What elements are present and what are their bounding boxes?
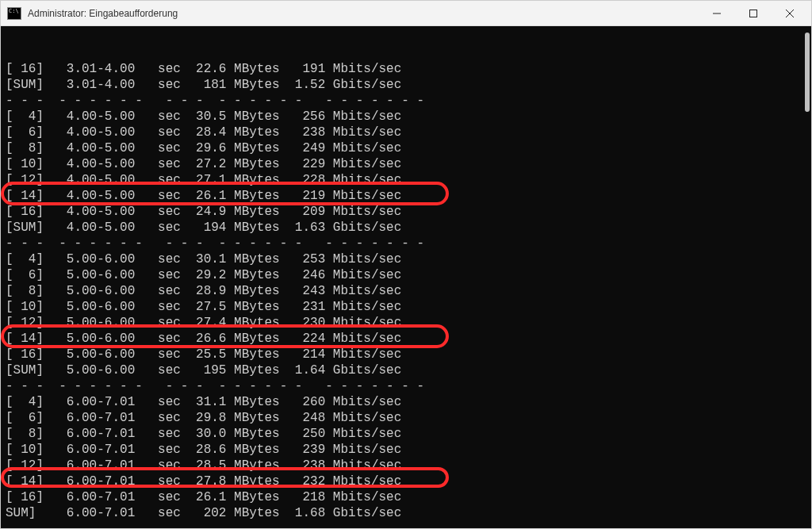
iperf-stream-row: [ 8] 6.00-7.01 sec 30.0 MBytes 250 Mbits…	[6, 426, 811, 442]
iperf-stream-row: [ 16] 4.00-5.00 sec 24.9 MBytes 209 Mbit…	[6, 204, 811, 220]
iperf-stream-row: [ 14] 5.00-6.00 sec 26.6 MBytes 224 Mbit…	[6, 331, 811, 347]
iperf-stream-row: [ 16] 5.00-6.00 sec 25.5 MBytes 214 Mbit…	[6, 347, 811, 362]
close-button[interactable]	[772, 1, 808, 26]
iperf-stream-row: [ 14] 4.00-5.00 sec 26.1 MBytes 219 Mbit…	[6, 188, 811, 204]
iperf-stream-row: [ 6] 6.00-7.01 sec 29.8 MBytes 248 Mbits…	[6, 410, 811, 426]
iperf-stream-row: [ 8] 4.00-5.00 sec 29.6 MBytes 249 Mbits…	[6, 140, 811, 156]
iperf-stream-row: [ 16] 3.01-4.00 sec 22.6 MBytes 191 Mbit…	[6, 61, 811, 77]
iperf-sum-row: [SUM] 3.01-4.00 sec 181 MBytes 1.52 Gbit…	[6, 77, 811, 93]
iperf-sum-row: SUM] 6.00-7.01 sec 202 MBytes 1.68 Gbits…	[6, 505, 811, 521]
terminal-output[interactable]: [ 16] 3.01-4.00 sec 22.6 MBytes 191 Mbit…	[1, 26, 811, 528]
iperf-stream-row: [ 6] 4.00-5.00 sec 28.4 MBytes 238 Mbits…	[6, 125, 811, 140]
minimize-button[interactable]	[699, 1, 735, 26]
iperf-sum-row: [SUM] 4.00-5.00 sec 194 MBytes 1.63 Gbit…	[6, 220, 811, 236]
svg-rect-0	[750, 10, 757, 17]
iperf-stream-row: [ 10] 6.00-7.01 sec 28.6 MBytes 239 Mbit…	[6, 442, 811, 458]
cmd-icon	[7, 7, 21, 20]
iperf-stream-row: [ 16] 6.00-7.01 sec 26.1 MBytes 218 Mbit…	[6, 489, 811, 505]
iperf-stream-row: [ 6] 5.00-6.00 sec 29.2 MBytes 246 Mbits…	[6, 267, 811, 283]
iperf-stream-row: [ 12] 4.00-5.00 sec 27.1 MBytes 228 Mbit…	[6, 172, 811, 188]
iperf-stream-row: [ 14] 6.00-7.01 sec 27.8 MBytes 232 Mbit…	[6, 473, 811, 489]
iperf-stream-row: [ 10] 4.00-5.00 sec 27.2 MBytes 229 Mbit…	[6, 156, 811, 172]
command-prompt-window: Administrator: Eingabeaufforderung [ 16]…	[0, 0, 812, 529]
window-controls	[699, 1, 808, 25]
titlebar[interactable]: Administrator: Eingabeaufforderung	[1, 1, 811, 26]
iperf-stream-row: [ 10] 5.00-6.00 sec 27.5 MBytes 231 Mbit…	[6, 299, 811, 315]
iperf-stream-row: [ 12] 6.00-7.01 sec 28.5 MBytes 238 Mbit…	[6, 458, 811, 473]
separator-line: - - - - - - - - - - - - - - - - - - - - …	[6, 236, 811, 251]
iperf-stream-row: [ 4] 4.00-5.00 sec 30.5 MBytes 256 Mbits…	[6, 109, 811, 125]
vertical-scrollbar[interactable]	[805, 33, 810, 112]
iperf-stream-row: [ 12] 5.00-6.00 sec 27.4 MBytes 230 Mbit…	[6, 315, 811, 331]
maximize-button[interactable]	[735, 1, 772, 26]
separator-line: - - - - - - - - - - - - - - - - - - - - …	[6, 378, 811, 394]
separator-line: - - - - - - - - - - - - - - - - - - - - …	[6, 93, 811, 109]
iperf-sum-row: [SUM] 5.00-6.00 sec 195 MBytes 1.64 Gbit…	[6, 362, 811, 378]
window-title: Administrator: Eingabeaufforderung	[28, 8, 699, 19]
iperf-stream-row: [ 4] 6.00-7.01 sec 31.1 MBytes 260 Mbits…	[6, 394, 811, 410]
iperf-stream-row: [ 8] 5.00-6.00 sec 28.9 MBytes 243 Mbits…	[6, 283, 811, 299]
iperf-stream-row: [ 4] 5.00-6.00 sec 30.1 MBytes 253 Mbits…	[6, 251, 811, 267]
